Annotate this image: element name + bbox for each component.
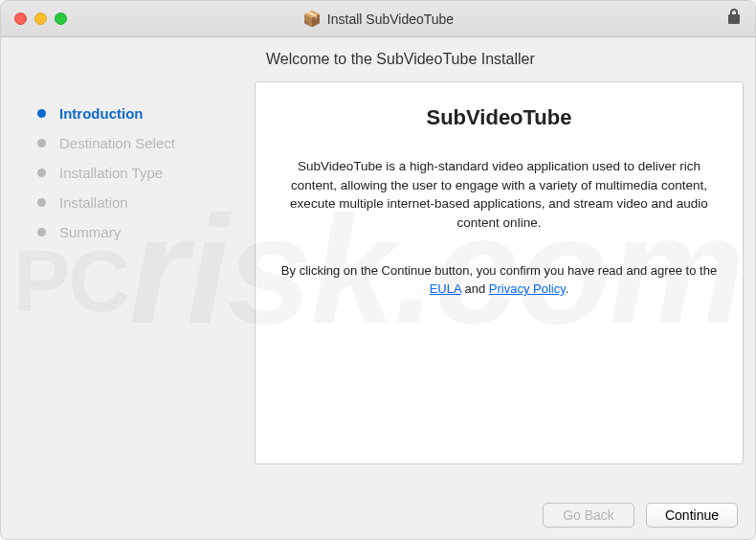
button-row: Go Back Continue xyxy=(12,489,744,528)
bullet-icon xyxy=(37,139,46,147)
step-destination-select: Destination Select xyxy=(37,128,255,158)
window-title: 📦 Install SubVideoTube xyxy=(1,10,755,28)
continue-button[interactable]: Continue xyxy=(646,503,738,528)
bullet-icon xyxy=(37,198,46,207)
step-installation-type: Installation Type xyxy=(37,158,255,188)
consent-end: . xyxy=(566,281,569,296)
privacy-link[interactable]: Privacy Policy xyxy=(489,281,566,296)
step-installation: Installation xyxy=(37,188,255,217)
step-label: Summary xyxy=(59,224,121,240)
step-label: Installation xyxy=(59,194,128,211)
lock-icon[interactable] xyxy=(726,8,742,30)
panel-consent: By clicking on the Continue button, you … xyxy=(277,262,722,299)
traffic-lights xyxy=(14,12,67,25)
window-title-text: Install SubVideoTube xyxy=(327,11,454,27)
package-icon: 📦 xyxy=(302,10,322,28)
eula-link[interactable]: EULA xyxy=(430,281,461,296)
consent-mid: and xyxy=(461,281,489,296)
consent-prefix: By clicking on the Continue button, you … xyxy=(281,263,717,278)
panel-title: SubVideoTube xyxy=(277,105,722,130)
minimize-button[interactable] xyxy=(34,12,47,25)
step-label: Introduction xyxy=(59,105,143,122)
content-panel: SubVideoTube SubVideoTube is a high-stan… xyxy=(255,81,744,464)
bullet-icon xyxy=(37,169,46,177)
step-introduction: Introduction xyxy=(37,99,255,128)
go-back-button: Go Back xyxy=(543,503,634,528)
step-summary: Summary xyxy=(37,217,255,247)
welcome-header: Welcome to the SubVideoTube Installer xyxy=(255,37,744,81)
maximize-button[interactable] xyxy=(55,12,67,25)
sidebar: Introduction Destination Select Installa… xyxy=(12,81,255,489)
bullet-icon xyxy=(37,109,46,118)
installer-window: 📦 Install SubVideoTube Welcome to the Su… xyxy=(0,0,756,540)
content-area: Welcome to the SubVideoTube Installer In… xyxy=(1,37,755,539)
titlebar: 📦 Install SubVideoTube xyxy=(1,1,755,37)
step-label: Installation Type xyxy=(59,165,163,181)
panel-description: SubVideoTube is a high-standard video ap… xyxy=(277,157,722,232)
bullet-icon xyxy=(37,228,46,236)
main-row: Introduction Destination Select Installa… xyxy=(12,81,744,489)
step-label: Destination Select xyxy=(59,135,175,151)
close-button[interactable] xyxy=(14,12,27,25)
